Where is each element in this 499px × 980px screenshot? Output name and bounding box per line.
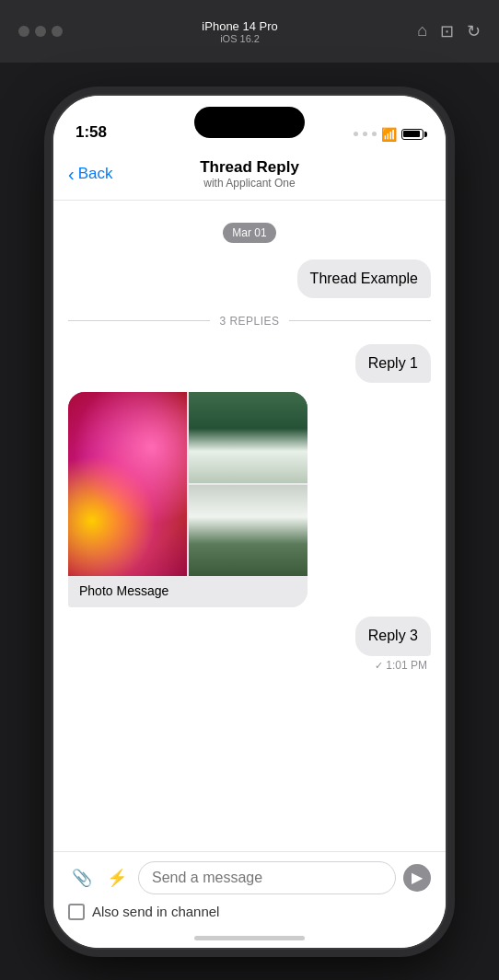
message-reply-3: Reply 3 ✓ 1:01 PM [68, 617, 431, 671]
input-area: 📎 ⚡ ▶ Also send in channel [53, 851, 446, 948]
lightning-button[interactable]: ⚡ [103, 864, 131, 892]
bubble-text-reply-3: Reply 3 [368, 628, 418, 643]
nav-title-block: Thread Reply with Applicant One [200, 158, 299, 190]
photo-grid [68, 392, 308, 576]
home-icon: ⌂ [417, 21, 427, 41]
divider-line-right [289, 320, 431, 321]
signal-dot-2 [363, 132, 367, 136]
screenshot-icon: ⊡ [440, 21, 454, 41]
send-icon: ▶ [412, 869, 423, 886]
lightning-icon: ⚡ [107, 868, 127, 888]
input-row: 📎 ⚡ ▶ [68, 861, 431, 894]
waterfall-photo-2 [189, 485, 308, 576]
back-button[interactable]: ‹ Back [68, 164, 112, 185]
replies-divider: 3 REPLIES [68, 315, 431, 328]
sim-dot-3 [52, 26, 63, 37]
nav-title: Thread Reply [200, 158, 299, 177]
simulator-frame: iPhone 14 Pro iOS 16.2 ⌂ ⊡ ↻ 1:58 📶 [0, 0, 499, 980]
photo-caption: Photo Message [68, 576, 308, 607]
photo-caption-text: Photo Message [79, 583, 168, 598]
battery-fill [403, 131, 420, 137]
home-indicator [194, 936, 305, 940]
bubble-reply-3: Reply 3 [355, 617, 431, 655]
status-time: 1:58 [75, 123, 107, 142]
bubble-reply-1: Reply 1 [355, 344, 431, 383]
status-icons: 📶 [354, 127, 424, 142]
phone-body: 1:58 📶 ‹ Back Thread Reply with Applican… [52, 94, 447, 950]
also-send-label: Also send in channel [92, 904, 219, 919]
photo-message-container: Photo Message [68, 392, 308, 607]
chat-area[interactable]: Mar 01 Thread Example 3 REPLIES Reply 1 [53, 201, 446, 845]
wifi-icon: 📶 [381, 127, 397, 142]
bubble-text-reply-1: Reply 1 [368, 355, 418, 371]
sim-title-block: iPhone 14 Pro iOS 16.2 [202, 19, 277, 44]
divider-line-left [68, 320, 210, 321]
sim-icons: ⌂ ⊡ ↻ [417, 21, 481, 41]
send-button[interactable]: ▶ [403, 864, 431, 892]
replies-count-label: 3 REPLIES [219, 315, 279, 328]
photo-cell-waterfall1 [189, 392, 308, 483]
back-arrow-icon: ‹ [68, 164, 75, 185]
photo-cell-flowers [68, 392, 187, 576]
reply-3-time: 1:01 PM [386, 659, 427, 672]
attach-icon: 📎 [72, 868, 92, 888]
waterfall-photo-1 [189, 392, 308, 483]
sim-device-name: iPhone 14 Pro [202, 19, 277, 33]
nav-subtitle: with Applicant One [203, 177, 295, 190]
back-label: Back [78, 165, 113, 183]
bubble-text-thread-example: Thread Example [310, 271, 418, 286]
reply-3-timestamp: ✓ 1:01 PM [375, 659, 431, 672]
also-send-row: Also send in channel [68, 904, 431, 920]
signal-dot-1 [354, 132, 358, 136]
battery-icon [401, 129, 424, 140]
sim-dot-2 [35, 26, 46, 37]
nav-bar: ‹ Back Thread Reply with Applicant One [53, 149, 446, 201]
message-reply-1: Reply 1 [68, 344, 431, 383]
sim-dots [18, 26, 63, 37]
checkmark-icon: ✓ [375, 660, 386, 671]
sim-dot-1 [18, 26, 29, 37]
dynamic-island [194, 107, 305, 138]
message-input[interactable] [138, 861, 396, 894]
message-photo: Photo Message [68, 392, 431, 607]
rotate-icon: ↻ [467, 21, 481, 41]
also-send-checkbox[interactable] [68, 904, 85, 920]
sim-ios-version: iOS 16.2 [220, 33, 260, 44]
photo-cell-waterfall2 [189, 485, 308, 576]
attach-button[interactable]: 📎 [68, 864, 96, 892]
simulator-top-bar: iPhone 14 Pro iOS 16.2 ⌂ ⊡ ↻ [0, 0, 499, 63]
signal-dot-3 [372, 132, 377, 136]
date-badge: Mar 01 [223, 223, 275, 243]
bubble-thread-example: Thread Example [297, 259, 431, 298]
message-thread-example: Thread Example [68, 259, 431, 298]
flower-photo [68, 392, 187, 576]
